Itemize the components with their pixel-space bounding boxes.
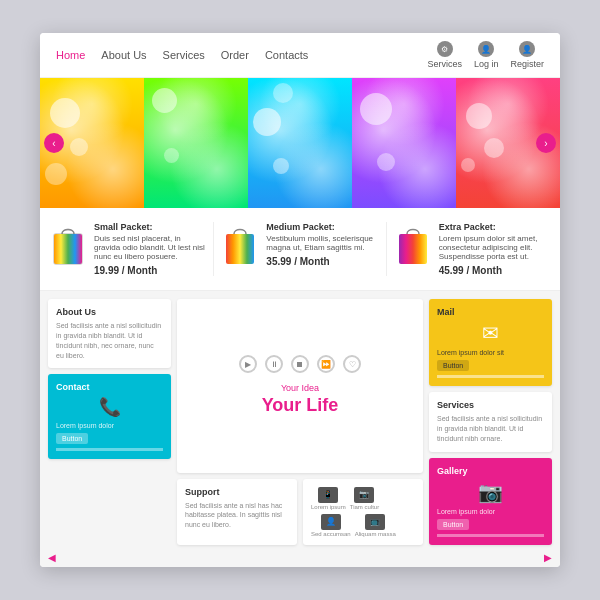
- user2-icon: 👤: [321, 514, 341, 530]
- features-row1: About Us Sed facilisis ante a nisl solli…: [40, 291, 560, 547]
- pause-icon[interactable]: ⏸: [265, 355, 283, 373]
- gallery-card: Gallery 📷 Lorem ipsum dolor Button: [429, 458, 552, 545]
- hero-prev-arrow[interactable]: ‹: [44, 133, 64, 153]
- support-text: Sed facilisis ante a nisl has hac habita…: [185, 501, 289, 530]
- extra-bag-icon: [395, 222, 431, 268]
- contact-card: Contact 📞 Lorem ipsum dolor Button: [48, 374, 171, 459]
- gallery-button[interactable]: Button: [437, 519, 469, 530]
- hero-strip-2: [144, 78, 248, 208]
- svg-rect-3: [399, 234, 427, 264]
- login-icon: 👤: [478, 41, 494, 57]
- mail-icon: ✉: [437, 321, 544, 345]
- center-icons: ▶ ⏸ ⏹ ⏩ ♡: [239, 355, 361, 373]
- contact-icon: 📞: [56, 396, 163, 418]
- register-icon: 👤: [519, 41, 535, 57]
- medium-packet-desc: Vestibulum mollis, scelerisque magna ut,…: [266, 234, 377, 252]
- nav-services[interactable]: Services: [163, 49, 205, 61]
- mail-card: Mail ✉ Lorem ipsum dolor sit Button: [429, 299, 552, 386]
- about-us-text: Sed facilisis ante a nisl sollicitudin i…: [56, 321, 163, 360]
- medium-packet-price: 35.99 / Month: [266, 256, 377, 267]
- hero-strip-3: [248, 78, 352, 208]
- services-card: Services Sed facilisis ante a nisl solli…: [429, 392, 552, 451]
- gallery-icon: 📷: [437, 480, 544, 504]
- extra-packet-desc: Lorem ipsum dolor sit amet, consectetur …: [439, 234, 550, 261]
- website-mockup: Home About Us Services Order Contacts ⚙ …: [40, 33, 560, 566]
- play-icon[interactable]: ▶: [239, 355, 257, 373]
- small-packet-price: 19.99 / Month: [94, 265, 205, 276]
- support-card: Support Sed facilisis ante a nisl has ha…: [177, 479, 297, 545]
- pricing-medium: Medium Packet: Vestibulum mollis, sceler…: [222, 222, 377, 276]
- hero-next-arrow[interactable]: ›: [536, 133, 556, 153]
- small-packet-desc: Duis sed nisl placerat, in gravida odio …: [94, 234, 205, 261]
- pricing-extra: Extra Packet: Lorem ipsum dolor sit amet…: [395, 222, 550, 276]
- footer-next-arrow[interactable]: ▶: [544, 552, 552, 563]
- nav-services-icon[interactable]: ⚙ Services: [427, 41, 462, 69]
- medium-packet-title: Medium Packet:: [266, 222, 377, 232]
- contact-title: Contact: [56, 382, 163, 392]
- footer-arrows: ◀ ▶: [40, 548, 560, 567]
- contact-button[interactable]: Button: [56, 433, 88, 444]
- nav-login[interactable]: 👤 Log in: [474, 41, 499, 69]
- medium-bag-icon: [222, 222, 258, 268]
- phone-icon: 📱: [318, 487, 338, 503]
- camera-icon: 📷: [354, 487, 374, 503]
- forward-icon[interactable]: ⏩: [317, 355, 335, 373]
- navbar: Home About Us Services Order Contacts ⚙ …: [40, 33, 560, 78]
- gallery-title: Gallery: [437, 466, 544, 476]
- mail-button[interactable]: Button: [437, 360, 469, 371]
- nav-contacts[interactable]: Contacts: [265, 49, 308, 61]
- nav-order[interactable]: Order: [221, 49, 249, 61]
- contact-text: Lorem ipsum dolor: [56, 422, 163, 429]
- center-title: Your Life: [262, 395, 339, 416]
- stop-icon[interactable]: ⏹: [291, 355, 309, 373]
- hero-strip-4: [352, 78, 456, 208]
- nav-home[interactable]: Home: [56, 49, 85, 61]
- mail-text: Lorem ipsum dolor sit: [437, 349, 544, 356]
- footer-prev-arrow[interactable]: ◀: [48, 552, 56, 563]
- app-icons-row: 📱 Lorem ipsum 📷 Tiam cultur 👤 Sed accums…: [311, 487, 415, 537]
- small-bag-icon: [50, 222, 86, 268]
- center-subtitle: Your Idea: [281, 383, 319, 393]
- extra-packet-price: 45.99 / Month: [439, 265, 550, 276]
- svg-rect-1: [54, 234, 82, 264]
- heart-icon[interactable]: ♡: [343, 355, 361, 373]
- icons-card: 📱 Lorem ipsum 📷 Tiam cultur 👤 Sed accums…: [303, 479, 423, 545]
- tv-icon: 📺: [365, 514, 385, 530]
- nav-links: Home About Us Services Order Contacts: [56, 49, 427, 61]
- mail-title: Mail: [437, 307, 544, 317]
- about-us-card: About Us Sed facilisis ante a nisl solli…: [48, 299, 171, 368]
- about-us-title: About Us: [56, 307, 163, 317]
- gallery-text: Lorem ipsum dolor: [437, 508, 544, 515]
- pricing-section: Small Packet: Duis sed nisl placerat, in…: [40, 208, 560, 291]
- nav-actions: ⚙ Services 👤 Log in 👤 Register: [427, 41, 544, 69]
- services-text: Sed facilisis ante a nisl sollicitudin i…: [437, 414, 544, 443]
- services-icon: ⚙: [437, 41, 453, 57]
- svg-rect-2: [226, 234, 254, 264]
- services-title: Services: [437, 400, 544, 410]
- nav-register[interactable]: 👤 Register: [510, 41, 544, 69]
- extra-packet-title: Extra Packet:: [439, 222, 550, 232]
- nav-about[interactable]: About Us: [101, 49, 146, 61]
- small-packet-title: Small Packet:: [94, 222, 205, 232]
- pricing-small: Small Packet: Duis sed nisl placerat, in…: [50, 222, 205, 276]
- support-title: Support: [185, 487, 289, 497]
- center-card: ▶ ⏸ ⏹ ⏩ ♡ Your Idea Your Life: [177, 299, 423, 472]
- hero-slider: ‹ ›: [40, 78, 560, 208]
